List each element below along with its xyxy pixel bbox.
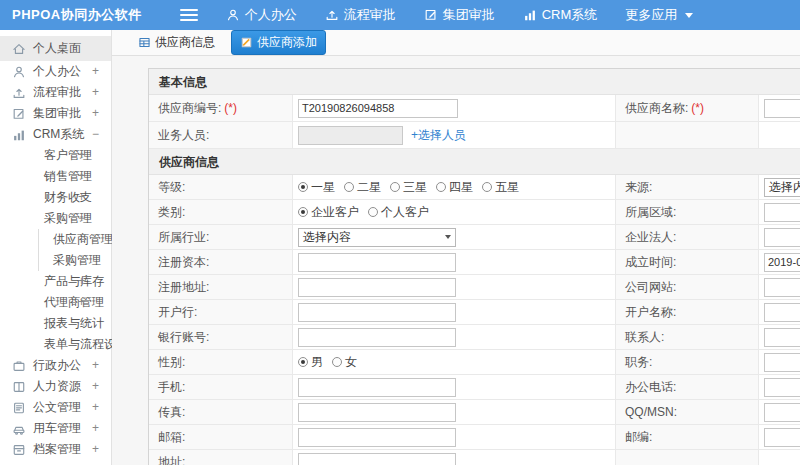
- expand-toggle[interactable]: +: [78, 166, 85, 187]
- level-radios-option[interactable]: 二星: [344, 179, 381, 196]
- expand-toggle[interactable]: +: [78, 187, 85, 208]
- sidebar-item-agent-mgmt[interactable]: 代理商管理+: [0, 292, 111, 313]
- address-input[interactable]: [298, 453, 456, 465]
- sidebar-item-sales-mgmt[interactable]: 销售管理+: [0, 166, 111, 187]
- position-input[interactable]: [764, 353, 800, 372]
- level-radios-option[interactable]: 五星: [482, 179, 519, 196]
- sidebar-item-crm-system[interactable]: CRM系统−: [0, 124, 111, 145]
- radio-button[interactable]: [368, 207, 378, 217]
- topnav-item-group-approval[interactable]: 集团审批: [410, 0, 509, 30]
- expand-toggle[interactable]: +: [78, 292, 85, 313]
- email-input[interactable]: [298, 428, 456, 447]
- sidebar-item-purchasing[interactable]: 采购管理: [38, 250, 111, 271]
- radio-button[interactable]: [298, 207, 308, 217]
- hamburger-icon[interactable]: [180, 9, 198, 21]
- field-input-cell: [759, 450, 800, 465]
- radio-button[interactable]: [298, 182, 308, 192]
- radio-button[interactable]: [332, 357, 342, 367]
- mobile-input[interactable]: [298, 378, 456, 397]
- expand-toggle[interactable]: +: [92, 397, 99, 418]
- expand-toggle[interactable]: +: [92, 355, 99, 376]
- category-radios-option[interactable]: 企业客户: [298, 204, 359, 221]
- field-label-cell: 类别:: [149, 200, 293, 224]
- radio-button[interactable]: [344, 182, 354, 192]
- field-label-cell: QQ/MSN:: [616, 400, 759, 424]
- legal-person-input[interactable]: [764, 228, 800, 247]
- industry-select[interactable]: 选择内容: [298, 228, 456, 247]
- expand-toggle[interactable]: +: [92, 418, 99, 439]
- level-radios-option[interactable]: 一星: [298, 179, 335, 196]
- sidebar-item-purchase-mgmt[interactable]: 采购管理−: [0, 208, 111, 229]
- sidebar-item-label: 供应商管理: [53, 229, 113, 250]
- tab-supplier-info[interactable]: 供应商信息: [130, 31, 223, 54]
- select-person-link[interactable]: +选择人员: [411, 127, 466, 144]
- radio-label: 四星: [449, 179, 473, 196]
- expand-toggle[interactable]: +: [92, 61, 99, 82]
- expand-toggle[interactable]: +: [92, 103, 99, 124]
- radio-label: 二星: [357, 179, 381, 196]
- form-row: 手机:办公电话:: [149, 375, 800, 400]
- topnav-item-personal-office[interactable]: 个人办公: [212, 0, 311, 30]
- sidebar-item-form-flow-settings[interactable]: 表单与流程设置+: [0, 334, 111, 355]
- level-radios-option[interactable]: 四星: [436, 179, 473, 196]
- level-radios-option[interactable]: 三星: [390, 179, 427, 196]
- topnav-item-more-apps[interactable]: 更多应用: [611, 0, 707, 30]
- zip-input[interactable]: [764, 428, 800, 447]
- expand-toggle[interactable]: +: [78, 271, 85, 292]
- sidebar-item-document-mgmt[interactable]: 公文管理+: [0, 397, 111, 418]
- sidebar-item-personal-office[interactable]: 个人办公+: [0, 61, 111, 82]
- sidebar-item-label: 人力资源: [33, 376, 81, 397]
- fax-input[interactable]: [298, 403, 456, 422]
- sidebar-item-personal-desktop[interactable]: 个人桌面: [0, 36, 111, 61]
- staff-input[interactable]: [298, 126, 403, 145]
- contact-input[interactable]: [764, 328, 800, 347]
- sidebar-item-admin-office[interactable]: 行政办公+: [0, 355, 111, 376]
- source-select[interactable]: 选择内容: [764, 178, 800, 197]
- gender-radios-option[interactable]: 女: [332, 354, 357, 371]
- website-input[interactable]: [764, 278, 800, 297]
- field-input-cell: [759, 325, 800, 349]
- sidebar-item-product-inventory[interactable]: 产品与库存+: [0, 271, 111, 292]
- supplier-name-input[interactable]: [764, 99, 800, 118]
- supplier-code-input[interactable]: T20190826094858: [298, 99, 458, 118]
- topnav-item-crm-system[interactable]: CRM系统: [509, 0, 612, 30]
- radio-button[interactable]: [436, 182, 446, 192]
- sidebar-item-finance[interactable]: 财务收支+: [0, 187, 111, 208]
- registered-address-input[interactable]: [298, 278, 456, 297]
- bank-account-input[interactable]: [298, 328, 456, 347]
- registered-capital-input[interactable]: [298, 253, 456, 272]
- sidebar-item-reports-stats[interactable]: 报表与统计: [0, 313, 111, 334]
- qq-msn-input[interactable]: [764, 403, 800, 422]
- sidebar-item-customer-mgmt[interactable]: 客户管理+: [0, 145, 111, 166]
- expand-toggle[interactable]: +: [78, 145, 85, 166]
- account-name-input[interactable]: [764, 303, 800, 322]
- expand-toggle[interactable]: +: [92, 376, 99, 397]
- expand-toggle[interactable]: +: [92, 439, 99, 460]
- radio-button[interactable]: [390, 182, 400, 192]
- bank-input[interactable]: [298, 303, 456, 322]
- office-phone-input[interactable]: [764, 378, 800, 397]
- tab-supplier-add[interactable]: 供应商添加: [231, 30, 326, 55]
- topnav-item-workflow-approval[interactable]: 流程审批: [311, 0, 410, 30]
- topbar: PHPOA协同办公软件 个人办公流程审批集团审批CRM系统更多应用: [0, 0, 800, 30]
- sidebar-item-workflow-approval[interactable]: 流程审批+: [0, 82, 111, 103]
- radio-label: 个人客户: [381, 204, 429, 221]
- region-input[interactable]: [764, 203, 800, 222]
- radio-button[interactable]: [298, 357, 308, 367]
- sidebar-item-human-resources[interactable]: 人力资源+: [0, 376, 111, 397]
- field-input-cell: [293, 425, 616, 449]
- expand-toggle[interactable]: −: [78, 208, 85, 229]
- expand-toggle[interactable]: −: [92, 124, 99, 145]
- gender-radios-option[interactable]: 男: [298, 354, 323, 371]
- radio-label: 五星: [495, 179, 519, 196]
- category-radios: 企业客户个人客户: [298, 204, 429, 221]
- radio-button[interactable]: [482, 182, 492, 192]
- sidebar-item-group-approval[interactable]: 集团审批+: [0, 103, 111, 124]
- sidebar-item-archive-mgmt[interactable]: 档案管理+: [0, 439, 111, 460]
- category-radios-option[interactable]: 个人客户: [368, 204, 429, 221]
- sidebar-item-label: 用车管理: [33, 418, 81, 439]
- sidebar-item-vehicle-mgmt[interactable]: 用车管理+: [0, 418, 111, 439]
- expand-toggle[interactable]: +: [92, 82, 99, 103]
- founded-date-input[interactable]: 2019-08-26: [764, 253, 800, 272]
- sidebar-item-supplier-mgmt[interactable]: 供应商管理: [38, 229, 111, 250]
